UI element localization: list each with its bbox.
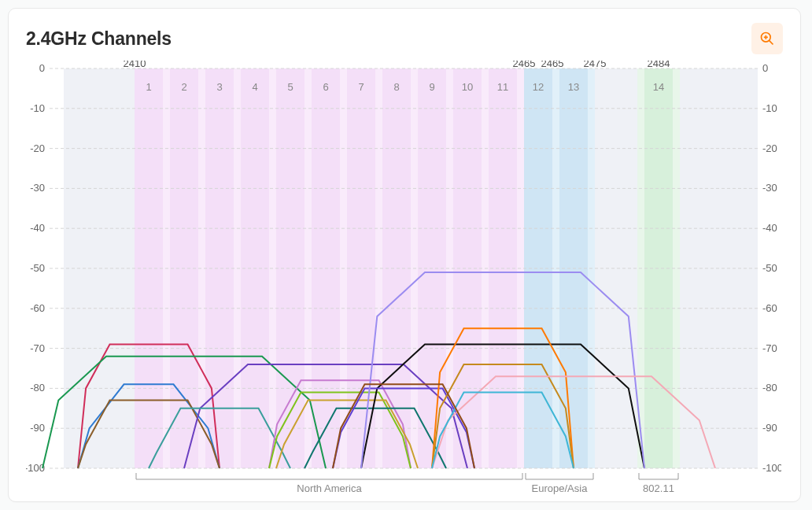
- ytick-right: -90: [762, 422, 777, 434]
- freq-marker: 2410: [124, 61, 146, 69]
- channel-label-6: 6: [323, 81, 328, 93]
- ytick-left: -40: [30, 222, 45, 234]
- region-label: Europe/Asia: [532, 482, 589, 494]
- ytick-right: -40: [762, 222, 777, 234]
- ytick-right: -100: [762, 462, 781, 474]
- chart-title: 2.4GHz Channels: [26, 28, 172, 50]
- ytick-left: -50: [30, 262, 45, 274]
- ytick-right: -20: [762, 142, 777, 154]
- ytick-right: -10: [762, 102, 777, 114]
- channel-label-9: 9: [429, 81, 434, 93]
- channel-label-7: 7: [358, 81, 364, 93]
- ytick-left: -70: [30, 342, 45, 354]
- chart-svg: 00-10-10-20-20-30-30-40-40-50-50-60-60-7…: [26, 61, 781, 501]
- ytick-right: -30: [762, 182, 777, 194]
- channel-label-1: 1: [146, 81, 151, 93]
- ytick-left: -30: [30, 182, 45, 194]
- channel-label-12: 12: [533, 81, 544, 93]
- channel-label-2: 2: [181, 81, 186, 93]
- channel-label-5: 5: [287, 81, 293, 93]
- freq-marker: 2465: [541, 61, 564, 69]
- channel-label-11: 11: [497, 81, 508, 93]
- region-label: 802.11: [643, 482, 674, 494]
- channel-label-8: 8: [393, 81, 399, 93]
- ytick-left: -10: [30, 102, 45, 114]
- ytick-right: -50: [762, 262, 777, 274]
- region-bracket: [526, 473, 593, 479]
- svg-line-1: [770, 41, 773, 45]
- chart-area[interactable]: 00-10-10-20-20-30-30-40-40-50-50-60-60-7…: [26, 61, 781, 501]
- zoom-in-icon: [759, 31, 775, 46]
- freq-marker: 2465: [513, 61, 536, 69]
- channel-label-13: 13: [568, 81, 579, 93]
- ytick-right: -70: [762, 342, 777, 354]
- channel-label-14: 14: [653, 81, 664, 93]
- freq-marker: 2475: [584, 61, 607, 69]
- region-bracket: [639, 473, 678, 479]
- ytick-left: -60: [30, 302, 45, 314]
- zoom-reset-button[interactable]: [751, 23, 783, 54]
- channel-label-4: 4: [252, 81, 257, 93]
- card-header: 2.4GHz Channels: [26, 23, 783, 54]
- chart-card: 2.4GHz Channels 00-10-10-20-20-30-30-40-…: [8, 8, 801, 502]
- ytick-right: -80: [762, 382, 777, 394]
- ytick-left: 0: [39, 62, 45, 74]
- ytick-left: -80: [30, 382, 45, 394]
- channel-label-3: 3: [216, 81, 222, 93]
- ytick-right: -60: [762, 302, 777, 314]
- channel-label-10: 10: [462, 81, 473, 93]
- ytick-right: 0: [762, 62, 768, 74]
- freq-marker: 2484: [648, 61, 670, 69]
- region-label: North America: [297, 482, 362, 494]
- ytick-left: -90: [30, 422, 45, 434]
- region-bracket: [136, 473, 522, 479]
- ytick-left: -20: [30, 142, 45, 154]
